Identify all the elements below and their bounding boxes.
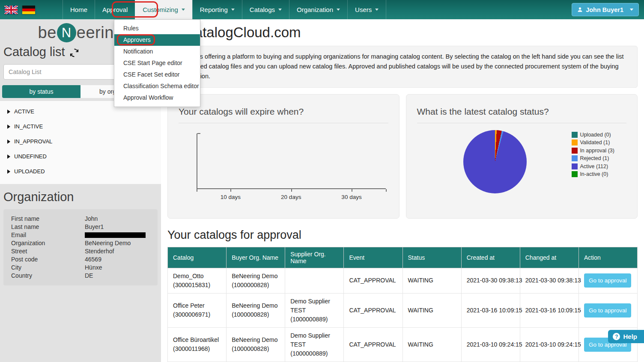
nav-item-organization[interactable]: Organization [289,0,347,19]
status-label: UNDEFINED [14,153,47,160]
supplier-org-cell: Demo Supplier TEST(1000000889) [285,327,344,362]
field-label: Post code [11,255,85,264]
catalog-cell: Office Büroartikel(3000011968) [168,327,227,362]
beneering-logo: beNeering [38,23,123,42]
intro-text-box: The site is offering a platform to buyin… [167,46,638,88]
field-value: John [85,215,98,223]
legend-swatch [572,139,578,145]
user-menu-button[interactable]: John Buyer1 [572,3,639,16]
go-to-approval-button[interactable]: Go to approval [584,303,632,317]
axis-tick [352,189,352,192]
nav-item-reporting[interactable]: Reporting [192,0,242,19]
status-cell: WAITING [402,293,461,327]
nav-item-label: Approval [102,6,128,13]
legend-label: Active (112) [580,163,608,169]
column-header-created-at: Created at [461,247,520,268]
uk-flag-icon[interactable] [4,6,18,14]
logo-n-circle: N [57,23,76,42]
field-label: Street [11,247,85,255]
supplier-org-cell [285,268,344,293]
nav-item-customizing[interactable]: Customizing [135,0,192,19]
page-title: CatalogCloud.com [185,24,638,41]
go-to-approval-button[interactable]: Go to approval [584,273,632,288]
legend-label: Validated (1) [580,139,610,145]
nav-item-label: Organization [297,6,333,13]
legend-item: In approval (3) [572,148,614,154]
chevron-down-icon [630,9,633,11]
action-cell: Go to approval [578,293,637,327]
status-group-uploaded[interactable]: UPLOADED [0,164,161,179]
tab-by-status[interactable]: by status [2,85,80,98]
triangle-expand-icon [7,169,10,174]
nav-item-approval[interactable]: Approval [95,0,135,19]
menu-item-cse-facet-set-editor[interactable]: CSE Facet Set editor [114,69,200,80]
help-label: Help [623,333,637,340]
nav-item-label: Customizing [143,6,178,13]
table-header-row: Catalog Buyer Org. Name Supplier Org. Na… [168,247,638,268]
triangle-expand-icon [7,154,10,159]
table-row: Office Büroartikel(3000011968) BeNeering… [168,327,638,362]
help-button[interactable]: ? Help [608,330,644,343]
axis-tick [230,189,231,192]
axis-tick [386,189,387,192]
organization-details-panel: First nameJohn Last nameBuyer1 Email Org… [3,209,158,285]
menu-item-classification-schema-editor[interactable]: Classification Schema editor [114,80,200,92]
field-value: BeNeering Demo [85,239,131,247]
x-tick-label: 30 days [341,194,361,200]
column-header-action: Action [578,247,637,268]
field-value: Stenderhof [85,247,114,255]
column-header-buyer-org: Buyer Org. Name [227,247,285,268]
menu-item-approvers[interactable]: Approvers [114,34,200,46]
action-cell: Go to approval [578,268,637,293]
chevron-down-icon [231,9,235,11]
catalog-cell: Office Peter(3000006971) [168,293,227,327]
column-header-changed-at: Changed at [520,247,578,268]
column-header-status: Status [402,247,461,268]
status-cell: WAITING [402,327,461,362]
user-icon [577,7,583,12]
column-header-catalog: Catalog [168,247,227,268]
buyer-org-cell: BeNeering Demo(1000000828) [227,268,285,293]
pie-chart [463,130,527,193]
nav-item-catalogs[interactable]: Catalogs [242,0,289,19]
menu-item-approval-workflow[interactable]: Approval Workflow [114,92,200,104]
menu-item-cse-start-page-editor[interactable]: CSE Start Page editor [114,57,200,69]
nav-item-home[interactable]: Home [63,0,95,19]
nav-item-label: Catalogs [250,6,275,13]
changed-at-cell: 2021-03-30 09:38:13 [520,268,578,293]
nav-item-users[interactable]: Users [347,0,386,19]
x-tick-label: 10 days [221,194,241,200]
pie-legend: Uploaded (0) Validated (1) In approval (… [572,132,614,179]
logo-text-pre: be [38,24,57,42]
status-group-in-approval[interactable]: IN_APPROVAL [0,134,161,149]
status-group-in-active[interactable]: IN_ACTIVE [0,119,161,134]
status-chart-panel: What is the latest catalog status? Uploa… [406,94,638,219]
created-at-cell: 2021-03-10 09:24:15 [461,327,520,362]
question-mark-icon: ? [613,333,620,340]
legend-swatch [572,132,578,138]
field-label: First name [11,215,85,223]
changed-at-cell: 2021-03-16 10:09:15 [520,293,578,327]
table-row: Office Peter(3000006971) BeNeering Demo(… [168,293,638,327]
triangle-expand-icon [7,125,10,129]
customizing-dropdown-menu: Rules Approvers Notification CSE Start P… [114,19,200,107]
legend-label: In-active (0) [580,171,608,177]
user-name-label: John Buyer1 [586,6,623,13]
y-axis [197,134,197,188]
buyer-org-cell: BeNeering Demo(1000000828) [227,293,285,327]
status-group-undefined[interactable]: UNDEFINED [0,149,161,164]
legend-label: In approval (3) [580,148,614,154]
x-axis: 10 days 20 days 30 days [197,188,386,189]
german-flag-icon[interactable] [22,6,36,14]
menu-item-notification[interactable]: Notification [114,46,200,57]
menu-item-rules[interactable]: Rules [114,23,200,34]
refresh-icon[interactable] [69,48,79,58]
field-label: City [11,264,85,272]
legend-item: Rejected (1) [572,155,614,161]
status-cell: WAITING [402,268,461,293]
legend-item: Uploaded (0) [572,132,614,138]
axis-tick [291,189,292,192]
approval-section-heading: Your catalogs for approval [167,228,638,242]
x-tick-label: 20 days [281,194,301,200]
axis-tick [197,189,197,192]
